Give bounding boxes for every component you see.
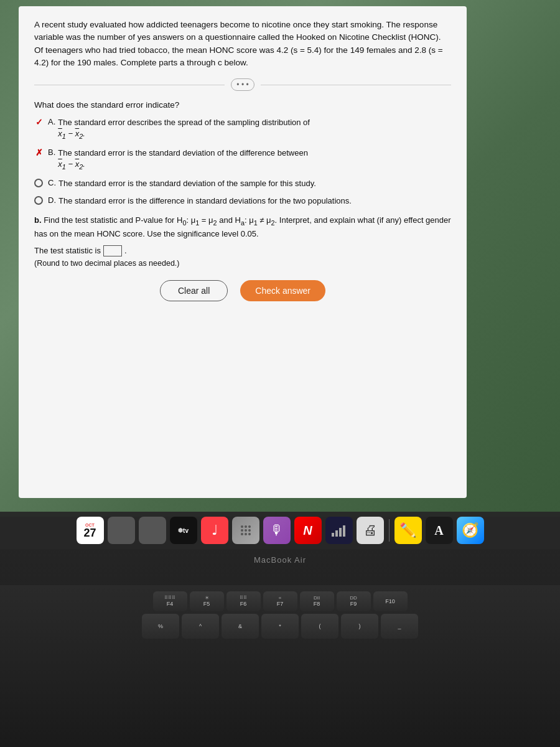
launchpad-icon <box>238 523 253 538</box>
svg-rect-9 <box>332 533 334 537</box>
dock-printer[interactable]: 🖨 <box>357 517 384 544</box>
keyboard-row-symbols: % ^ & * ( ) _ <box>142 614 418 639</box>
accessibility-label: A <box>434 524 443 538</box>
svg-rect-11 <box>339 528 342 537</box>
macbook-label: MacBook Air <box>0 555 560 565</box>
sub-question-text: What does the standard error indicate? <box>34 100 451 110</box>
dock-notes[interactable]: ✏️ <box>394 517 422 544</box>
divider-line-right <box>261 85 451 85</box>
svg-rect-10 <box>335 530 338 537</box>
svg-point-2 <box>248 525 251 528</box>
key-ampersand-label: & <box>238 624 242 629</box>
key-f7[interactable]: « F7 <box>263 591 297 611</box>
key-f5-label: F5 <box>203 601 210 607</box>
key-open-paren-label: ( <box>319 624 321 629</box>
svg-rect-12 <box>343 525 345 537</box>
option-b-letter: B. <box>48 148 55 157</box>
part-b-text: b. Find the test statistic and P-value f… <box>34 214 451 240</box>
option-a-checkmark: ✓ <box>34 117 44 127</box>
dock-music[interactable]: ♩ <box>201 517 228 544</box>
safari-icon: 🧭 <box>462 522 478 538</box>
dock-dark1[interactable] <box>108 517 135 544</box>
news-icon: N <box>303 524 312 538</box>
key-percent-label: % <box>158 624 163 629</box>
dock-divider <box>389 519 390 542</box>
notes-icon: ✏️ <box>399 522 416 538</box>
dock-podcast[interactable]: 🎙 <box>263 517 291 544</box>
key-f5-top: ☀ <box>205 596 209 601</box>
key-f6-top: ⠿⠿ <box>240 596 247 601</box>
key-f7-label: F7 <box>277 601 284 607</box>
key-f7-top: « <box>279 596 281 601</box>
option-c-radio-container <box>34 179 43 187</box>
dock-launchpad[interactable] <box>232 517 259 544</box>
key-underscore-label: _ <box>398 624 401 629</box>
key-caret[interactable]: ^ <box>182 614 219 639</box>
option-b[interactable]: ✗ B. The standard error is the standard … <box>34 148 451 172</box>
dock-dark2[interactable] <box>139 517 166 544</box>
svg-point-7 <box>245 533 247 535</box>
question-intro-text: A recent study evaluated how addicted te… <box>34 19 451 69</box>
dock-news[interactable]: N <box>294 517 322 544</box>
divider-line-left <box>34 85 225 85</box>
key-open-paren[interactable]: ( <box>301 614 338 639</box>
key-percent[interactable]: % <box>142 614 179 639</box>
key-caret-label: ^ <box>199 624 202 629</box>
key-underscore[interactable]: _ <box>381 614 418 639</box>
option-c-letter: C. <box>48 178 56 187</box>
key-f10[interactable]: F10 <box>373 591 408 611</box>
option-c-text: The standard error is the standard devia… <box>58 178 316 189</box>
option-d-radio <box>34 196 43 205</box>
dock-appletv[interactable]: ⬢ tv <box>170 517 197 544</box>
key-f9-label: F9 <box>350 601 357 607</box>
option-d[interactable]: D. The standard error is the difference … <box>34 195 451 207</box>
printer-icon: 🖨 <box>363 522 377 538</box>
clear-all-button[interactable]: Clear all <box>160 280 228 301</box>
key-f8[interactable]: DII F8 <box>300 591 334 611</box>
answer-options: ✓ A. The standard error describes the sp… <box>34 117 451 207</box>
key-f6[interactable]: ⠿⠿ F6 <box>226 591 261 611</box>
divider: • • • <box>34 78 451 91</box>
keyboard-row-fn: ⠿⠿⠿ F4 ☀ F5 ⠿⠿ F6 « F7 DII F8 DD F9 F10 <box>153 591 408 611</box>
keyboard-area: ⠿⠿⠿ F4 ☀ F5 ⠿⠿ F6 « F7 DII F8 DD F9 F10 … <box>0 585 560 747</box>
podcast-icon: 🎙 <box>270 522 284 538</box>
key-close-paren-label: ) <box>359 624 361 629</box>
appletv-label: ⬢ <box>178 527 183 533</box>
option-a-text: The standard error describes the spread … <box>58 117 310 141</box>
option-d-letter: D. <box>48 195 56 205</box>
key-f4-label: F4 <box>167 601 174 607</box>
key-f6-label: F6 <box>240 601 247 607</box>
content-panel: A recent study evaluated how addicted te… <box>19 6 467 498</box>
check-answer-button[interactable]: Check answer <box>240 280 325 301</box>
key-f8-top: DII <box>314 596 320 601</box>
dock-calendar[interactable]: OCT 27 <box>77 517 104 544</box>
dock-safari[interactable]: 🧭 <box>457 517 484 544</box>
key-ampersand[interactable]: & <box>222 614 259 639</box>
dock-accessibility[interactable]: A <box>426 517 453 544</box>
svg-point-4 <box>245 529 247 532</box>
key-f10-label: F10 <box>385 598 395 604</box>
dock-calendar-day: 27 <box>83 527 96 538</box>
divider-dots: • • • <box>231 78 254 91</box>
option-c[interactable]: C. The standard error is the standard de… <box>34 178 451 189</box>
key-f5[interactable]: ☀ F5 <box>190 591 224 611</box>
test-statistic-input[interactable] <box>103 245 122 256</box>
option-b-xmark: ✗ <box>34 148 44 157</box>
option-a-letter: A. <box>48 117 55 126</box>
key-f9[interactable]: DD F9 <box>337 591 371 611</box>
screen-area: A recent study evaluated how addicted te… <box>0 0 560 517</box>
option-d-text: The standard error is the difference in … <box>58 195 352 207</box>
key-asterisk[interactable]: * <box>261 614 299 639</box>
option-d-radio-container <box>34 196 43 205</box>
signal-bars-icon <box>330 523 348 538</box>
bottom-buttons: Clear all Check answer <box>34 280 451 301</box>
option-a[interactable]: ✓ A. The standard error describes the sp… <box>34 117 451 141</box>
option-b-text: The standard error is the standard devia… <box>58 148 308 172</box>
key-f4[interactable]: ⠿⠿⠿ F4 <box>153 591 187 611</box>
key-f9-top: DD <box>350 596 357 601</box>
key-close-paren[interactable]: ) <box>341 614 378 639</box>
dock: OCT 27 ⬢ tv ♩ 🎙 N <box>0 512 560 549</box>
key-f4-top: ⠿⠿⠿ <box>164 596 175 601</box>
key-asterisk-label: * <box>279 624 281 629</box>
dock-signal[interactable] <box>325 517 353 544</box>
